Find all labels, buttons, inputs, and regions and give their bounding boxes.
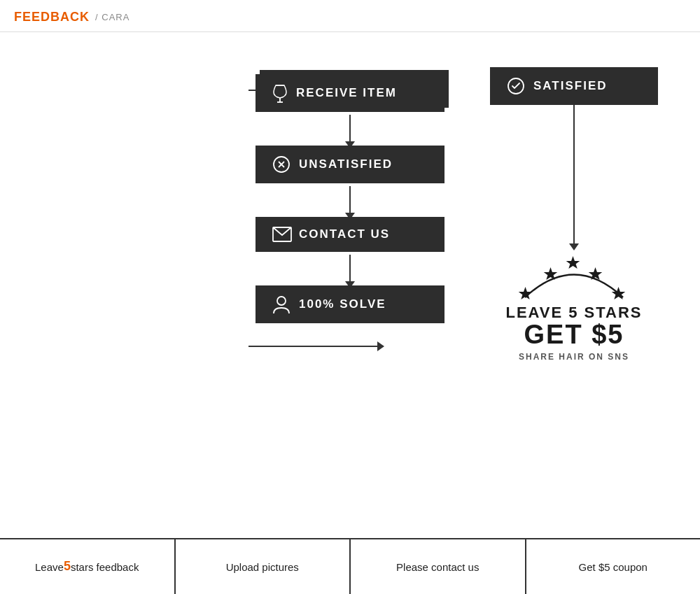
header: FEEDBACK / CARA bbox=[0, 0, 700, 32]
unsatisfied-box: UNSATISFIED bbox=[255, 146, 444, 183]
solve-label: 100% SOLVE bbox=[299, 297, 386, 311]
circle-x-icon bbox=[272, 155, 290, 174]
arrow-down-1 bbox=[349, 115, 351, 143]
stars-arc-container bbox=[504, 245, 644, 301]
page-container: FEEDBACK / CARA RECEIVE ITEM bbox=[0, 0, 700, 594]
arrow-down-3 bbox=[349, 255, 351, 283]
bottom-cell-3: Please contact us bbox=[351, 539, 526, 594]
left-flow: RECEIVE ITEM UNSATISFIED bbox=[255, 74, 444, 323]
bottom-cell-4: Get $5 coupon bbox=[526, 539, 701, 594]
receive-item-container: RECEIVE ITEM bbox=[255, 74, 444, 112]
contact-us-box: CONTACT US bbox=[255, 217, 444, 252]
bottom-cell-1-highlight: 5 bbox=[64, 558, 71, 575]
header-title: FEEDBACK bbox=[14, 10, 90, 24]
bottom-cell-1-post: stars feedback bbox=[71, 560, 139, 574]
bottom-cell-2: Upload pictures bbox=[176, 539, 351, 594]
reward-text-line1: LEAVE 5 STARS bbox=[505, 304, 642, 321]
satisfied-box: SATISFIED bbox=[490, 67, 658, 105]
wine-glass-icon bbox=[272, 84, 288, 102]
diagram-area: RECEIVE ITEM UNSATISFIED bbox=[0, 32, 700, 494]
arrow-right-bottom bbox=[248, 346, 378, 347]
svg-point-2 bbox=[277, 297, 286, 305]
mail-icon bbox=[272, 227, 290, 242]
arrow-down-2 bbox=[349, 186, 351, 214]
reward-text-line2: GET $5 bbox=[524, 321, 624, 348]
receive-item-box: RECEIVE ITEM bbox=[255, 74, 444, 112]
circle-check-icon bbox=[507, 77, 525, 95]
bottom-cell-4-text: Get $5 coupon bbox=[579, 560, 648, 574]
solve-box: 100% SOLVE bbox=[255, 285, 444, 323]
user-icon bbox=[272, 295, 290, 313]
receive-item-label: RECEIVE ITEM bbox=[296, 86, 397, 100]
arrow-down-right bbox=[573, 105, 575, 245]
bottom-cell-1-pre: Leave bbox=[35, 560, 64, 574]
header-subtitle: / CARA bbox=[95, 12, 130, 22]
stars-arc-svg bbox=[504, 245, 644, 304]
bottom-cell-2-text: Upload pictures bbox=[226, 560, 299, 574]
reward-text-line3: SHARE HAIR ON SNS bbox=[519, 352, 629, 362]
satisfied-label: SATISFIED bbox=[533, 79, 608, 93]
bottom-bar: Leave 5 stars feedback Upload pictures P… bbox=[0, 538, 700, 594]
svg-marker-6 bbox=[566, 256, 580, 269]
right-flow: SATISFIED bbox=[490, 67, 658, 362]
bottom-cell-3-text: Please contact us bbox=[396, 560, 479, 574]
unsatisfied-label: UNSATISFIED bbox=[299, 157, 393, 171]
bottom-cell-1: Leave 5 stars feedback bbox=[0, 539, 176, 594]
reward-section: LEAVE 5 STARS GET $5 SHARE HAIR ON SNS bbox=[504, 245, 644, 362]
contact-us-label: CONTACT US bbox=[299, 227, 390, 241]
